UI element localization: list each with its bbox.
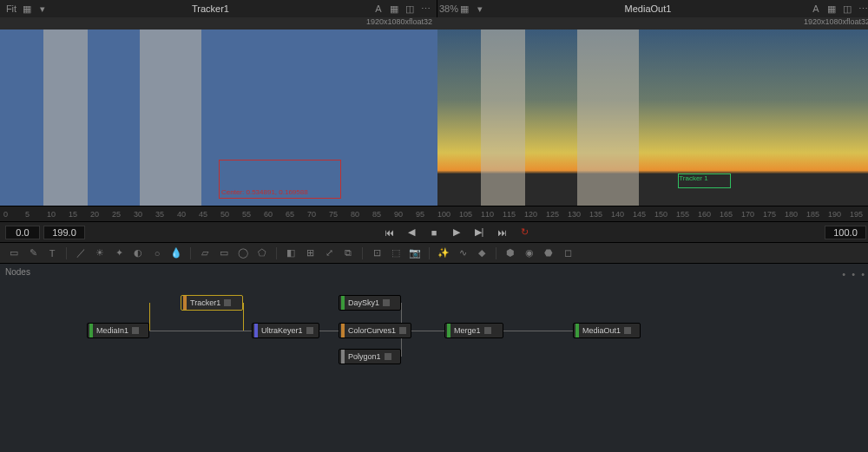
ruler-tick[interactable]: 15 <box>69 210 90 219</box>
3d-icon[interactable]: ⬢ <box>503 246 517 260</box>
ruler-tick[interactable]: 25 <box>112 210 134 219</box>
ruler-tick[interactable]: 70 <box>307 210 329 219</box>
node-polygon1[interactable]: Polygon1 <box>339 349 401 364</box>
ruler-tick[interactable]: 60 <box>264 210 286 219</box>
timeline-ruler[interactable]: 0510152025303540455055606570758085909510… <box>0 206 868 221</box>
curve-icon[interactable]: ∿ <box>456 246 470 260</box>
ruler-tick[interactable]: 125 <box>546 210 568 219</box>
ruler-tick[interactable]: 90 <box>394 210 416 219</box>
viewer-left[interactable]: 1920x1080xfloat32 Center: 0.534891, 0.16… <box>0 17 437 206</box>
more-icon[interactable]: ⋯ <box>419 3 431 15</box>
xf-icon[interactable]: ⤢ <box>322 246 336 260</box>
zoom-dropdown[interactable]: 38% <box>443 3 455 15</box>
ruler-tick[interactable]: 35 <box>155 210 177 219</box>
blur-icon[interactable]: ○ <box>150 246 164 260</box>
ruler-tick[interactable]: 150 <box>654 210 676 219</box>
node-tracker1[interactable]: Tracker1 <box>181 295 243 311</box>
paint-tool-icon[interactable]: ✎ <box>26 246 40 260</box>
light-icon[interactable]: ◉ <box>523 246 536 260</box>
polygon-mask-icon[interactable]: ⬠ <box>255 246 269 260</box>
brush-tool-icon[interactable]: ／ <box>74 246 88 260</box>
color-icon[interactable]: ◐ <box>131 246 145 260</box>
grid-icon[interactable]: ▦ <box>458 3 470 15</box>
key-icon[interactable]: ◆ <box>475 246 489 260</box>
ruler-tick[interactable]: 115 <box>503 210 524 219</box>
node-daysky1[interactable]: DaySky1 <box>339 295 401 311</box>
dropdown-icon[interactable]: ▾ <box>474 3 486 15</box>
ruler-tick[interactable]: 0 <box>3 210 25 219</box>
ruler-tick[interactable]: 40 <box>177 210 199 219</box>
ruler-tick[interactable]: 160 <box>698 210 720 219</box>
ruler-tick[interactable]: 30 <box>134 210 155 219</box>
render-icon[interactable]: ⬣ <box>542 246 556 260</box>
goto-start-button[interactable]: ⏮ <box>381 226 397 239</box>
nodes-options-icon[interactable]: • • • <box>842 269 866 279</box>
abc-icon[interactable]: A <box>810 3 822 15</box>
background-tool-icon[interactable]: ▭ <box>7 246 21 260</box>
ruler-tick[interactable]: 55 <box>242 210 264 219</box>
node-colorcurves1[interactable]: ColorCurves1 <box>339 323 411 338</box>
goto-end-button[interactable]: ⏭ <box>494 226 510 239</box>
ruler-tick[interactable]: 85 <box>372 210 394 219</box>
grid-icon[interactable]: ▦ <box>21 3 33 15</box>
ruler-tick[interactable]: 140 <box>611 210 633 219</box>
wand-icon[interactable]: ✨ <box>437 246 450 260</box>
split-icon[interactable]: ◫ <box>404 3 416 15</box>
ruler-tick[interactable]: 50 <box>220 210 242 219</box>
stop-button[interactable]: ■ <box>426 226 442 239</box>
node-mediain1[interactable]: MediaIn1 <box>87 323 149 338</box>
ruler-tick[interactable]: 80 <box>351 210 372 219</box>
more-icon[interactable]: ⋯ <box>857 3 868 15</box>
ruler-tick[interactable]: 135 <box>589 210 611 219</box>
rect-mask-icon[interactable]: ▭ <box>217 246 231 260</box>
ruler-tick[interactable]: 5 <box>25 210 47 219</box>
dropdown-icon[interactable]: ▾ <box>36 3 49 15</box>
matte-icon[interactable]: ◧ <box>284 246 298 260</box>
node-ultrakeyer1[interactable]: UltraKeyer1 <box>252 323 319 338</box>
split-icon[interactable]: ◫ <box>841 3 853 15</box>
ruler-tick[interactable]: 155 <box>676 210 698 219</box>
fit-dropdown[interactable]: Fit <box>5 3 17 15</box>
text-tool-icon[interactable]: T <box>45 246 59 260</box>
ruler-tick[interactable]: 185 <box>806 210 828 219</box>
ruler-tick[interactable]: 105 <box>459 210 481 219</box>
mask-icon[interactable]: ▱ <box>198 246 212 260</box>
camera-icon[interactable]: 📷 <box>408 246 422 260</box>
node-merge1[interactable]: Merge1 <box>444 323 503 338</box>
tracker-pattern-box[interactable]: Center: 0.534891, 0.169588 <box>219 160 341 199</box>
viewer-right[interactable]: 1920x1080xfloat32 Tracker 1 <box>437 17 868 206</box>
ruler-tick[interactable]: 145 <box>633 210 654 219</box>
end-frame-field[interactable]: 199.0 <box>43 226 85 239</box>
node-mediaout1[interactable]: MediaOut1 <box>573 323 641 338</box>
ruler-tick[interactable]: 45 <box>199 210 220 219</box>
ellipse-mask-icon[interactable]: ◯ <box>236 246 250 260</box>
play-button[interactable]: ▶ <box>449 226 464 239</box>
render-end-field[interactable]: 100.0 <box>825 226 866 239</box>
merge-icon[interactable]: ⊞ <box>303 246 317 260</box>
ruler-tick[interactable]: 95 <box>416 210 437 219</box>
ruler-tick[interactable]: 120 <box>524 210 546 219</box>
ruler-tick[interactable]: 175 <box>763 210 785 219</box>
ruler-tick[interactable]: 170 <box>741 210 763 219</box>
ruler-tick[interactable]: 65 <box>286 210 307 219</box>
ruler-tick[interactable]: 130 <box>568 210 589 219</box>
ruler-tick[interactable]: 180 <box>785 210 806 219</box>
ruler-tick[interactable]: 75 <box>329 210 351 219</box>
tracker-icon[interactable]: ⊡ <box>370 246 384 260</box>
grid2-icon[interactable]: ▦ <box>388 3 400 15</box>
drop-icon[interactable]: 💧 <box>169 246 183 260</box>
ruler-tick[interactable]: 100 <box>437 210 459 219</box>
grid2-icon[interactable]: ▦ <box>825 3 838 15</box>
node-graph[interactable]: Nodes • • • MediaIn1Tracker1UltraKeyer1D… <box>0 263 868 452</box>
planar-icon[interactable]: ⬚ <box>389 246 403 260</box>
ruler-tick[interactable]: 20 <box>90 210 112 219</box>
ruler-tick[interactable]: 190 <box>828 210 850 219</box>
ruler-tick[interactable]: 195 <box>850 210 868 219</box>
current-frame-field[interactable]: 0.0 <box>5 226 40 239</box>
sparkle-icon[interactable]: ✦ <box>112 246 126 260</box>
abc-icon[interactable]: A <box>372 3 385 15</box>
ruler-tick[interactable]: 110 <box>481 210 503 219</box>
loop-button[interactable]: ↻ <box>516 226 532 239</box>
crop-icon[interactable]: ⧉ <box>341 246 355 260</box>
ruler-tick[interactable]: 10 <box>47 210 69 219</box>
